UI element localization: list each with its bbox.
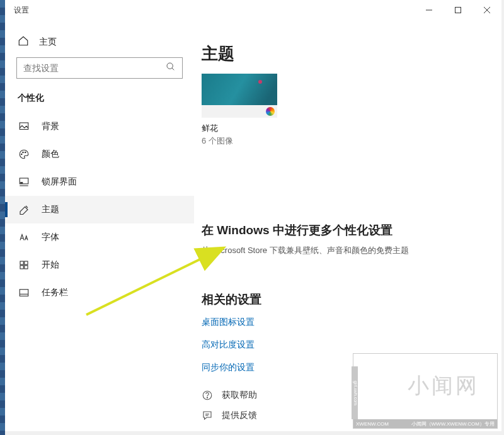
svg-rect-17 — [20, 290, 28, 297]
window-controls — [415, 0, 501, 20]
font-icon — [18, 231, 30, 244]
home-link[interactable]: 主页 — [5, 31, 194, 57]
svg-rect-14 — [25, 261, 28, 264]
nav-label: 锁屏界面 — [42, 176, 77, 188]
maximize-button[interactable] — [444, 0, 472, 20]
theme-taskbar-preview — [202, 105, 277, 118]
minimize-button[interactable] — [415, 0, 444, 20]
svg-rect-16 — [25, 266, 28, 269]
nav-background[interactable]: 背景 — [5, 113, 194, 140]
search-icon — [166, 62, 176, 74]
page-title: 主题 — [202, 43, 483, 65]
get-help-label: 获取帮助 — [222, 390, 257, 401]
nav-themes[interactable]: 主题 — [5, 196, 194, 223]
grid-icon — [18, 259, 30, 271]
more-personalization-title: 在 Windows 中进行更多个性化设置 — [202, 222, 483, 239]
svg-point-4 — [167, 63, 173, 69]
external-edge — [0, 0, 5, 435]
svg-rect-11 — [21, 183, 23, 184]
svg-rect-6 — [20, 123, 28, 130]
search-input[interactable] — [23, 63, 166, 73]
watermark-overlay: girl.xwh.com 小闻网 XWENW.COM 小闻网（WWW.XWENW… — [353, 353, 498, 429]
theme-image-count: 6 个图像 — [202, 135, 483, 147]
theme-accent-dot — [258, 80, 262, 84]
nav-colors[interactable]: 颜色 — [5, 140, 194, 168]
monitor-icon — [18, 176, 30, 188]
watermark-bar-right: 小闻网（WWW.XWENW.COM）专用 — [411, 421, 495, 427]
give-feedback-label: 提供反馈 — [222, 410, 257, 421]
svg-point-20 — [207, 397, 207, 398]
home-icon — [18, 35, 29, 48]
nav-lockscreen[interactable]: 锁屏界面 — [5, 168, 194, 196]
link-desktop-icon-settings[interactable]: 桌面图标设置 — [202, 317, 483, 328]
window-title: 设置 — [14, 5, 29, 16]
home-label: 主页 — [39, 37, 57, 48]
svg-rect-1 — [455, 8, 461, 13]
nav-fonts[interactable]: 字体 — [5, 223, 194, 251]
svg-point-7 — [21, 154, 23, 155]
picture-icon — [18, 120, 30, 133]
theme-name: 鲜花 — [202, 123, 483, 134]
taskbar-icon — [18, 286, 30, 299]
close-button[interactable] — [472, 0, 501, 20]
nav-list: 背景 颜色 锁屏界面 — [5, 113, 194, 307]
feedback-icon — [202, 410, 213, 421]
nav-label: 背景 — [42, 121, 59, 132]
related-settings-title: 相关的设置 — [202, 291, 483, 308]
help-icon — [202, 390, 213, 401]
more-personalization-sub: 从 Microsoft Store 下载兼具壁纸、声音和颜色的免费主题 — [202, 245, 483, 256]
nav-label: 开始 — [42, 259, 59, 271]
link-high-contrast-settings[interactable]: 高对比度设置 — [202, 339, 483, 351]
nav-label: 主题 — [42, 204, 59, 215]
svg-line-5 — [172, 68, 174, 70]
svg-rect-13 — [20, 261, 23, 264]
watermark-text: 小闻网 — [408, 371, 479, 400]
palette-icon — [18, 148, 30, 161]
brush-icon — [18, 203, 30, 216]
watermark-bar-left: XWENW.COM — [356, 421, 389, 427]
color-wheel-icon — [266, 107, 275, 116]
nav-label: 字体 — [42, 232, 59, 243]
titlebar: 设置 — [5, 0, 501, 20]
watermark-bar: XWENW.COM 小闻网（WWW.XWENW.COM）专用 — [353, 419, 497, 428]
nav-label: 颜色 — [42, 149, 59, 160]
nav-taskbar[interactable]: 任务栏 — [5, 279, 194, 307]
svg-point-8 — [23, 152, 24, 153]
svg-point-9 — [25, 152, 26, 153]
theme-thumbnail[interactable] — [202, 74, 277, 118]
svg-rect-15 — [20, 266, 23, 269]
search-box[interactable] — [16, 57, 183, 79]
category-title: 个性化 — [5, 90, 194, 113]
watermark-side: girl.xwh.com — [352, 366, 358, 419]
nav-start[interactable]: 开始 — [5, 251, 194, 279]
nav-label: 任务栏 — [42, 287, 68, 298]
sidebar: 主页 个性化 背景 — [5, 20, 194, 431]
